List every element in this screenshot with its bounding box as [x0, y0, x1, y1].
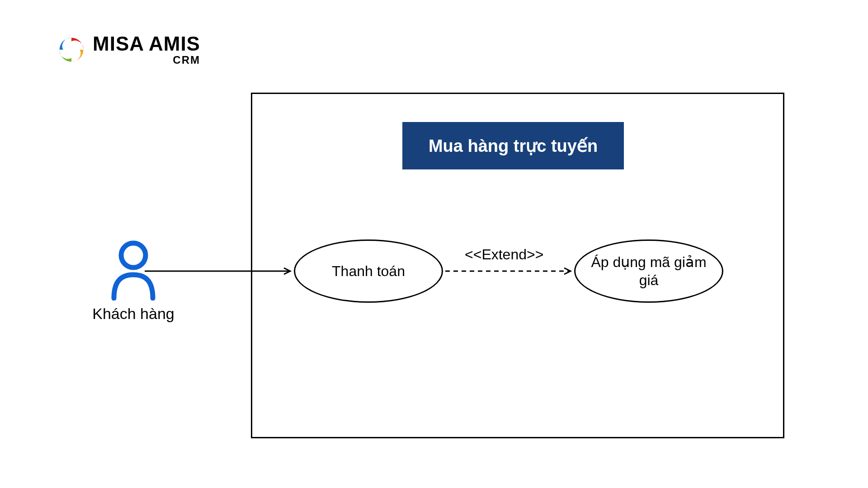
- logo-swirl-icon: [57, 35, 86, 65]
- usecase-payment-label: Thanh toán: [332, 262, 405, 280]
- svg-point-0: [121, 243, 146, 267]
- logo-text-main: MISA AMIS: [93, 34, 200, 54]
- system-title: Mua hàng trực tuyến: [402, 122, 624, 169]
- logo-text-sub: CRM: [173, 55, 200, 66]
- usecase-apply-coupon-label: Áp dụng mã giảm giá: [585, 253, 713, 289]
- extend-stereotype-label: <<Extend>>: [465, 246, 543, 263]
- usecase-payment: Thanh toán: [294, 239, 443, 303]
- brand-logo: MISA AMIS CRM: [57, 34, 200, 66]
- actor-customer: Khách hàng: [81, 239, 185, 323]
- system-title-text: Mua hàng trực tuyến: [429, 136, 598, 156]
- actor-label: Khách hàng: [81, 305, 185, 323]
- usecase-apply-coupon: Áp dụng mã giảm giá: [574, 239, 723, 303]
